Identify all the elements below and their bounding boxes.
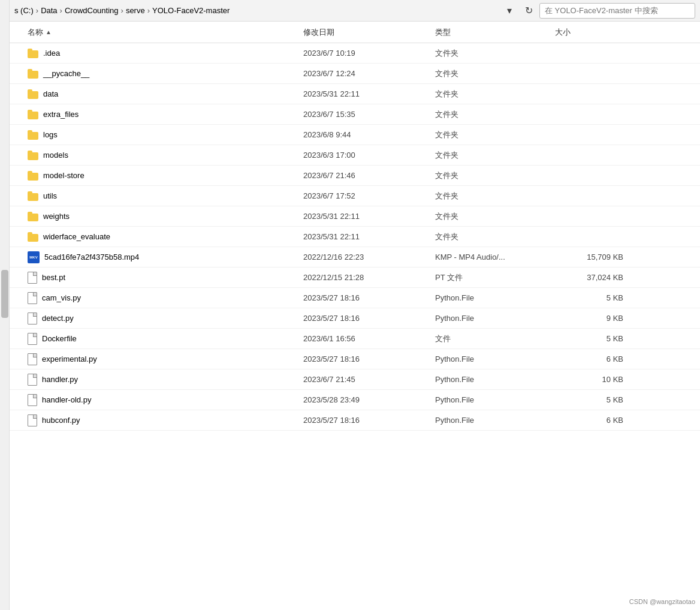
file-type: KMP - MP4 Audio/... (435, 253, 555, 262)
file-date: 2023/6/7 17:52 (303, 191, 435, 200)
list-item[interactable]: cam_vis.py 2023/5/27 18:16 Python.File 5… (10, 288, 700, 308)
list-item[interactable]: weights 2023/5/31 22:11 文件夹 (10, 206, 700, 227)
breadcrumb-current: YOLO-FaceV2-master (152, 6, 230, 15)
folder-icon (28, 89, 38, 99)
folder-icon (28, 212, 38, 221)
list-item[interactable]: extra_files 2023/6/7 15:35 文件夹 (10, 104, 700, 125)
left-scrollbar[interactable] (0, 0, 10, 610)
file-date: 2023/6/7 21:46 (303, 171, 435, 180)
file-name: models (43, 151, 68, 160)
list-item[interactable]: detect.py 2023/5/27 18:16 Python.File 9 … (10, 308, 700, 329)
file-name-cell: model-store (28, 171, 303, 181)
file-type: Python.File (435, 314, 555, 323)
file-date: 2023/5/27 18:16 (303, 354, 435, 363)
file-size: 5 KB (555, 334, 633, 343)
list-item[interactable]: utils 2023/6/7 17:52 文件夹 (10, 186, 700, 206)
file-name-cell: .idea (28, 49, 303, 58)
list-item[interactable]: Dockerfile 2023/6/1 16:56 文件 5 KB (10, 329, 700, 349)
list-item[interactable]: experimental.py 2023/5/27 18:16 Python.F… (10, 349, 700, 369)
list-item[interactable]: widerface_evaluate 2023/5/31 22:11 文件夹 (10, 227, 700, 247)
folder-icon (28, 69, 38, 79)
file-type: Python.File (435, 395, 555, 404)
file-name: hubconf.py (42, 416, 80, 425)
col-header-type[interactable]: 类型 (435, 27, 555, 38)
file-name: handler-old.py (42, 395, 91, 404)
mp4-icon: MKV (28, 251, 40, 263)
file-type: 文件夹 (435, 232, 555, 242)
file-size: 6 KB (555, 416, 633, 425)
dropdown-button[interactable]: ▾ (501, 2, 518, 19)
list-item[interactable]: models 2023/6/3 17:00 文件夹 (10, 145, 700, 166)
file-name: logs (43, 130, 58, 139)
file-date: 2022/12/16 22:23 (303, 253, 435, 262)
refresh-button[interactable]: ↻ (520, 2, 537, 19)
file-name: handler.py (42, 375, 78, 384)
file-icon (28, 312, 37, 324)
file-size: 6 KB (555, 354, 633, 363)
list-item[interactable]: logs 2023/6/8 9:44 文件夹 (10, 125, 700, 145)
col-header-size[interactable]: 大小 (555, 27, 633, 38)
breadcrumb-drive[interactable]: s (C:) (14, 6, 34, 15)
file-name: .idea (43, 49, 60, 58)
list-item[interactable]: handler.py 2023/6/7 21:45 Python.File 10… (10, 369, 700, 390)
file-type: Python.File (435, 293, 555, 302)
file-type: 文件夹 (435, 150, 555, 161)
file-date: 2023/5/27 18:16 (303, 314, 435, 323)
scrollbar-thumb[interactable] (1, 270, 8, 318)
folder-icon (28, 110, 38, 119)
list-item[interactable]: model-store 2023/6/7 21:46 文件夹 (10, 166, 700, 186)
file-date: 2023/6/7 15:35 (303, 110, 435, 119)
file-name-cell: utils (28, 191, 303, 201)
file-icon (28, 333, 37, 345)
list-item[interactable]: data 2023/5/31 22:11 文件夹 (10, 84, 700, 104)
file-size: 15,709 KB (555, 253, 633, 262)
breadcrumb-crowdcounting[interactable]: CrowdCounting (65, 6, 119, 15)
file-name: __pycache__ (43, 69, 89, 78)
file-size: 9 KB (555, 314, 633, 323)
search-input[interactable] (539, 3, 695, 19)
file-date: 2023/5/27 18:16 (303, 416, 435, 425)
file-type: 文件夹 (435, 130, 555, 140)
watermark: CSDN @wangzitaotao (629, 598, 695, 605)
breadcrumb-data[interactable]: Data (41, 6, 57, 15)
file-date: 2022/12/15 21:28 (303, 273, 435, 282)
file-date: 2023/5/28 23:49 (303, 395, 435, 404)
file-name-cell: Dockerfile (28, 333, 303, 345)
file-date: 2023/6/8 9:44 (303, 130, 435, 139)
list-item[interactable]: hubconf.py 2023/5/27 18:16 Python.File 6… (10, 410, 700, 431)
file-icon (28, 394, 37, 406)
file-list: .idea 2023/6/7 10:19 文件夹 __pycache__ 202… (10, 43, 700, 592)
file-name-cell: models (28, 151, 303, 160)
address-bar: s (C:) › Data › CrowdCounting › serve › … (10, 0, 700, 22)
file-type: Python.File (435, 354, 555, 363)
file-type: Python.File (435, 416, 555, 425)
file-name: model-store (43, 171, 85, 180)
file-name-cell: widerface_evaluate (28, 232, 303, 242)
file-type: 文件 (435, 333, 555, 344)
file-size: 10 KB (555, 375, 633, 384)
breadcrumb-serve[interactable]: serve (126, 6, 145, 15)
file-name: extra_files (43, 110, 79, 119)
file-name-cell: best.pt (28, 272, 303, 284)
file-type: 文件夹 (435, 170, 555, 181)
folder-icon (28, 171, 38, 181)
folder-icon (28, 232, 38, 242)
col-header-date[interactable]: 修改日期 (303, 27, 435, 38)
list-item[interactable]: handler-old.py 2023/5/28 23:49 Python.Fi… (10, 390, 700, 410)
list-item[interactable]: .idea 2023/6/7 10:19 文件夹 (10, 43, 700, 64)
file-name: utils (43, 191, 57, 200)
file-date: 2023/5/31 22:11 (303, 232, 435, 241)
file-name-cell: detect.py (28, 312, 303, 324)
file-name-cell: __pycache__ (28, 69, 303, 79)
file-name: 5cad16fe7a2f4375b58.mp4 (44, 253, 139, 262)
file-icon (28, 374, 37, 386)
file-name-cell: hubconf.py (28, 414, 303, 426)
col-header-name[interactable]: 名称 ▲ (28, 27, 303, 38)
breadcrumb: s (C:) › Data › CrowdCounting › serve › … (14, 6, 499, 15)
folder-icon (28, 130, 38, 140)
list-item[interactable]: best.pt 2022/12/15 21:28 PT 文件 37,024 KB (10, 268, 700, 288)
file-date: 2023/6/7 21:45 (303, 375, 435, 384)
list-item[interactable]: MKV 5cad16fe7a2f4375b58.mp4 2022/12/16 2… (10, 247, 700, 268)
list-item[interactable]: __pycache__ 2023/6/7 12:24 文件夹 (10, 64, 700, 84)
file-type: 文件夹 (435, 191, 555, 202)
